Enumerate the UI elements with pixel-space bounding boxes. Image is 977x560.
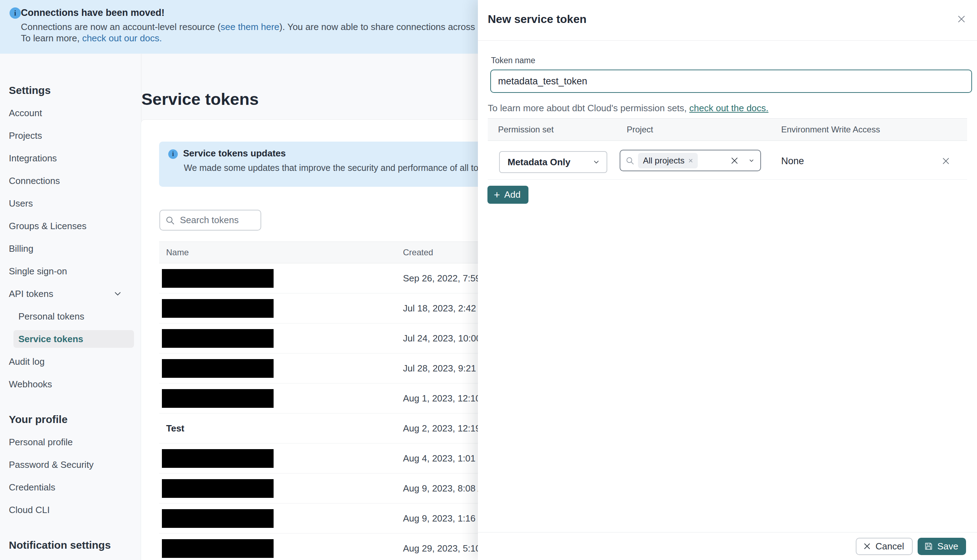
sidebar-item-label: Webhooks <box>9 379 52 390</box>
page-title: Service tokens <box>141 89 259 109</box>
alert-title: Service tokens updates <box>183 148 286 159</box>
redacted-name <box>162 359 274 378</box>
cancel-button[interactable]: Cancel <box>856 538 913 555</box>
redacted-name <box>162 479 274 498</box>
help-text: To learn more about dbt Cloud's permissi… <box>488 103 689 113</box>
info-icon: i <box>168 149 178 159</box>
sidebar-item-account[interactable]: Account <box>9 102 141 124</box>
save-button-label: Save <box>937 541 958 552</box>
sidebar-heading-your-profile: Your profile <box>9 408 141 431</box>
sidebar-item-service-tokens[interactable]: Service tokens <box>13 330 134 348</box>
drawer-header: New service token <box>478 0 977 41</box>
sidebar-item-label: Cloud CLI <box>9 505 50 515</box>
redacted-name <box>162 329 274 348</box>
x-icon <box>863 542 871 550</box>
project-chip-label: All projects <box>643 156 684 166</box>
sidebar-item-credentials[interactable]: Credentials <box>9 476 141 498</box>
drawer-footer: Cancel Save <box>478 532 977 560</box>
sidebar-item-label: Personal tokens <box>18 311 84 322</box>
sidebar-item-label: Single sign-on <box>9 266 67 277</box>
remove-permission-row-icon[interactable] <box>940 155 952 167</box>
search-tokens-input[interactable] <box>179 214 251 226</box>
banner-text: To learn more, <box>21 33 82 43</box>
sidebar-item-billing[interactable]: Billing <box>9 237 141 260</box>
sidebar-item-label: Audit log <box>9 356 45 367</box>
sidebar-item-personal-tokens[interactable]: Personal tokens <box>18 305 141 328</box>
permission-sets-help: To learn more about dbt Cloud's permissi… <box>488 103 768 114</box>
sidebar-item-cloud-cli[interactable]: Cloud CLI <box>9 498 141 521</box>
token-name-cell <box>159 269 403 288</box>
token-name-cell <box>159 389 403 408</box>
see-them-here-link[interactable]: see them here <box>221 22 279 32</box>
sidebar-item-webhooks[interactable]: Webhooks <box>9 373 141 395</box>
column-header-environment-write-access: Environment Write Access <box>781 118 880 140</box>
sidebar-item-label: Users <box>9 198 33 209</box>
clear-selection-icon[interactable] <box>730 156 739 165</box>
redacted-name <box>162 389 274 408</box>
sidebar-item-integrations[interactable]: Integrations <box>9 147 141 170</box>
token-name-input[interactable] <box>490 70 972 93</box>
add-permission-button[interactable]: + Add <box>487 186 529 204</box>
sidebar-item-label: API tokens <box>9 288 54 299</box>
permission-set-select[interactable]: Metadata Only <box>499 151 607 173</box>
check-out-our-docs-link[interactable]: check out our docs. <box>82 33 162 43</box>
info-icon: i <box>10 7 21 19</box>
redacted-name <box>162 509 274 528</box>
sidebar-item-label: Personal profile <box>9 437 73 448</box>
column-header-created: Created <box>403 248 433 257</box>
column-header-name: Name <box>159 248 403 257</box>
redacted-name <box>162 539 274 558</box>
token-name-cell: Test <box>159 423 403 434</box>
settings-sidebar: SettingsAccountProjectsIntegrationsConne… <box>0 54 141 560</box>
sidebar-item-api-tokens[interactable]: API tokens <box>9 282 141 305</box>
sidebar-heading-notification-settings: Notification settings <box>9 534 141 557</box>
token-name-cell <box>159 509 403 528</box>
search-tokens-box[interactable] <box>159 210 261 230</box>
plus-icon: + <box>494 190 500 200</box>
permission-set-value: Metadata Only <box>508 157 570 168</box>
token-name-cell <box>159 299 403 318</box>
column-header-project: Project <box>627 118 653 140</box>
sidebar-item-groups-licenses[interactable]: Groups & Licenses <box>9 215 141 237</box>
save-button[interactable]: Save <box>918 538 966 555</box>
sidebar-item-single-sign-on[interactable]: Single sign-on <box>9 260 141 282</box>
page: i Connections have been moved! Connectio… <box>0 0 977 560</box>
banner-text: Connections are now an account-level res… <box>21 22 221 32</box>
chevron-down-icon[interactable] <box>748 157 754 164</box>
token-name-cell <box>159 479 403 498</box>
project-chip[interactable]: All projects <box>638 153 698 168</box>
token-name-cell <box>159 359 403 378</box>
column-header-permission-set: Permission set <box>498 118 554 140</box>
environment-write-access-value: None <box>781 156 804 167</box>
redacted-name <box>162 449 274 468</box>
cancel-button-label: Cancel <box>875 541 904 552</box>
token-name-label: Token name <box>491 56 535 65</box>
alert-body: We made some updates that improve the se… <box>184 163 529 173</box>
token-name: Test <box>166 423 184 434</box>
token-name-cell <box>159 539 403 558</box>
sidebar-item-password-security[interactable]: Password & Security <box>9 453 141 476</box>
check-out-the-docs-link[interactable]: check out the docs. <box>689 103 768 113</box>
sidebar-nav: SettingsAccountProjectsIntegrationsConne… <box>9 79 141 557</box>
sidebar-item-label: Account <box>9 108 42 118</box>
chip-remove-icon[interactable] <box>688 158 694 163</box>
token-name-cell <box>159 329 403 348</box>
sidebar-item-label: Integrations <box>9 153 57 164</box>
close-icon[interactable] <box>955 13 968 25</box>
row-divider <box>488 179 967 180</box>
sidebar-item-label: Projects <box>9 130 42 141</box>
sidebar-item-label: Service tokens <box>18 334 84 345</box>
project-multiselect[interactable]: All projects <box>620 150 761 171</box>
redacted-name <box>162 269 274 288</box>
search-icon <box>165 215 175 225</box>
sidebar-item-projects[interactable]: Projects <box>9 124 141 147</box>
sidebar-item-personal-profile[interactable]: Personal profile <box>9 431 141 453</box>
save-icon <box>924 542 933 551</box>
sidebar-heading-settings: Settings <box>9 79 141 102</box>
sidebar-item-audit-log[interactable]: Audit log <box>9 350 141 373</box>
sidebar-item-users[interactable]: Users <box>9 192 141 215</box>
sidebar-item-label: Groups & Licenses <box>9 221 87 232</box>
sidebar-item-connections[interactable]: Connections <box>9 170 141 192</box>
search-icon <box>625 156 634 165</box>
sidebar-item-label: Billing <box>9 243 33 254</box>
